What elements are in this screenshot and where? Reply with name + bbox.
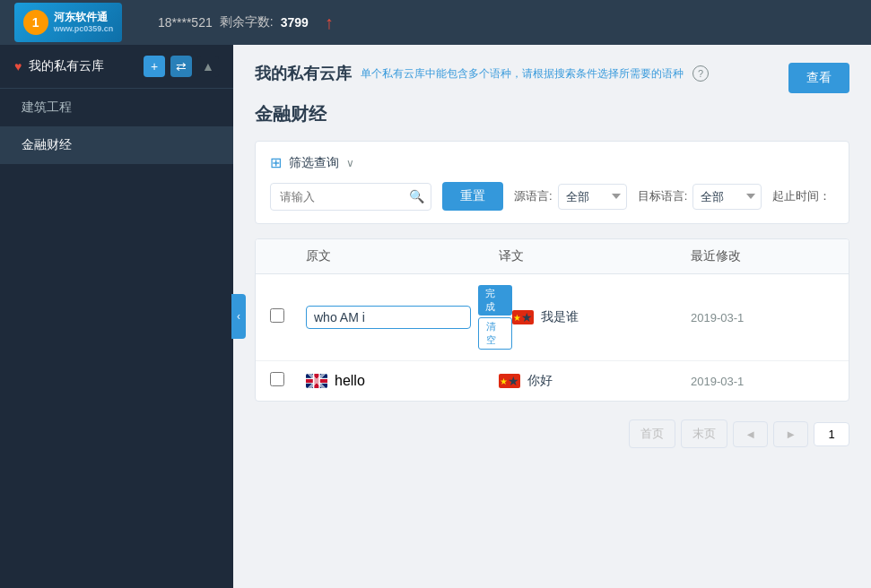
filter-bar: ⊞ 筛选查询 ∨ 🔍 重置 源语言: 全部 中文 English	[255, 141, 849, 224]
row2-source-text: hello	[335, 373, 365, 389]
target-lang-label: 目标语言:	[638, 188, 688, 204]
table-row: 完成 清空 ★ 我是谁 2019-03-1	[256, 274, 849, 361]
pagination: 首页 末页 ◄ ►	[255, 419, 849, 448]
sidebar: ♥ 我的私有云库 + ⇄ ▲ 建筑工程 金融财经	[0, 45, 233, 588]
row2-target-cell: ★ 你好	[499, 373, 692, 389]
arrow-icon: ↑	[325, 13, 334, 33]
row1-target-text: 我是谁	[541, 309, 579, 325]
target-lang-group: 目标语言: 全部 中文 English	[638, 184, 762, 210]
logo-icon: 1	[23, 10, 48, 35]
date-group: 起止时间：	[772, 188, 831, 204]
col-source-header: 原文	[306, 248, 499, 264]
filter-controls: 🔍 重置 源语言: 全部 中文 English 目标语言: 全部 中文	[270, 182, 834, 211]
col-target-header: 译文	[499, 248, 692, 264]
query-button[interactable]: 查看	[788, 63, 849, 93]
next-page-button[interactable]: ►	[773, 421, 808, 447]
row1-checkbox-input[interactable]	[270, 308, 284, 323]
source-lang-label: 源语言:	[514, 188, 553, 204]
page-number-input[interactable]	[814, 422, 849, 446]
topbar: 1 河东软件通 www.pc0359.cn 18****521 剩余字数: 37…	[0, 0, 871, 45]
row1-source-input[interactable]	[306, 306, 471, 329]
grid-icon: ⊞	[270, 154, 282, 171]
row2-source-flag	[306, 374, 327, 388]
row1-target-flag: ★	[512, 310, 534, 324]
source-lang-select[interactable]: 全部 中文 English	[558, 184, 627, 210]
sidebar-item-construction[interactable]: 建筑工程	[0, 89, 233, 126]
row2-date: 2019-03-1	[691, 375, 834, 388]
logo-text: 河东软件通 www.pc0359.cn	[54, 11, 114, 33]
source-lang-group: 源语言: 全部 中文 English	[514, 184, 627, 210]
sidebar-collapse-handle[interactable]: ‹	[231, 294, 246, 339]
row2-checkbox-input[interactable]	[270, 372, 284, 386]
add-cloud-button[interactable]: +	[144, 56, 165, 77]
row2-source-cell: hello	[306, 373, 499, 389]
logo-sub-text: www.pc0359.cn	[54, 24, 114, 34]
target-lang-select[interactable]: 全部 中文 English	[692, 184, 762, 210]
first-page-button[interactable]: 首页	[629, 419, 675, 448]
sidebar-header: ♥ 我的私有云库 + ⇄ ▲	[0, 45, 233, 89]
logo: 1 河东软件通 www.pc0359.cn	[14, 3, 122, 42]
content-area: 我的私有云库 单个私有云库中能包含多个语种，请根据搜索条件选择所需要的语种 ? …	[233, 45, 871, 588]
main-layout: ♥ 我的私有云库 + ⇄ ▲ 建筑工程 金融财经 ‹ 我的私有云库 单个私有云库…	[0, 45, 871, 588]
search-wrap: 🔍	[270, 183, 431, 211]
logo-main-text: 河东软件通	[54, 11, 114, 23]
help-icon[interactable]: ?	[692, 65, 709, 82]
remaining-label: 剩余字数:	[220, 14, 274, 30]
row2-target-text: 你好	[527, 373, 553, 389]
filter-label: 筛选查询	[289, 155, 339, 171]
remaining-count: 3799	[281, 15, 309, 30]
section-title: 金融财经	[255, 102, 849, 126]
content-header: 我的私有云库 单个私有云库中能包含多个语种，请根据搜索条件选择所需要的语种 ?	[255, 63, 849, 84]
table-row: hello ★ 你好 2019-03-1	[256, 361, 849, 401]
filter-chevron-icon[interactable]: ∨	[346, 157, 354, 169]
topbar-info: 18****521 剩余字数: 3799 ↑	[158, 13, 334, 33]
prev-page-button[interactable]: ◄	[733, 421, 768, 447]
data-table: 原文 译文 最近修改 完成 清空 ★ 我是谁	[255, 238, 849, 402]
phone-number: 18****521	[158, 15, 213, 30]
row1-complete-button[interactable]: 完成	[478, 285, 512, 316]
last-page-button[interactable]: 末页	[681, 419, 727, 448]
row1-checkbox[interactable]	[270, 308, 306, 326]
col-checkbox-header	[270, 248, 306, 264]
row2-checkbox[interactable]	[270, 372, 306, 390]
sidebar-actions: + ⇄ ▲	[144, 56, 219, 77]
heart-icon: ♥	[14, 59, 22, 74]
sidebar-item-finance[interactable]: 金融财经	[0, 126, 233, 164]
row1-target-cell: ★ 我是谁	[512, 309, 691, 325]
row2-target-flag: ★	[499, 374, 520, 388]
row1-clear-button[interactable]: 清空	[478, 317, 512, 350]
table-header: 原文 译文 最近修改	[256, 239, 849, 274]
date-label: 起止时间：	[772, 188, 831, 204]
row1-date: 2019-03-1	[691, 311, 834, 324]
filter-bar-header: ⊞ 筛选查询 ∨	[270, 154, 834, 171]
row1-source-actions: 完成 清空	[478, 285, 512, 350]
col-date-header: 最近修改	[691, 248, 834, 264]
row1-source-cell: 完成 清空	[306, 285, 512, 350]
page-title: 我的私有云库	[255, 63, 352, 84]
search-input[interactable]	[270, 183, 431, 211]
search-icon: 🔍	[409, 189, 424, 203]
reset-button[interactable]: 重置	[442, 182, 503, 211]
collapse-sidebar-button[interactable]: ▲	[197, 56, 219, 77]
switch-button[interactable]: ⇄	[170, 56, 192, 77]
cloud-label: 我的私有云库	[29, 58, 104, 74]
page-subtitle: 单个私有云库中能包含多个语种，请根据搜索条件选择所需要的语种	[361, 66, 684, 82]
